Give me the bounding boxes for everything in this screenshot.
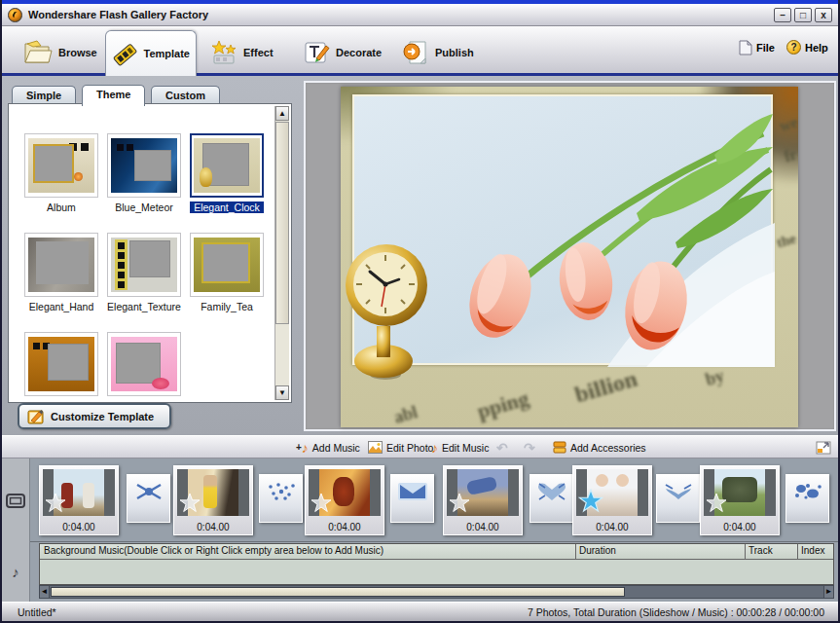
transition-5[interactable]	[656, 474, 700, 523]
effect-stars-icon	[210, 40, 237, 65]
project-name: Untitled*	[18, 606, 56, 618]
tab-template-label: Template	[144, 48, 190, 59]
customize-template-button[interactable]: Customize Template	[18, 403, 171, 429]
template-item-partial[interactable]	[107, 332, 181, 396]
template-name: Family_Tea	[190, 301, 264, 312]
scroll-left-arrow[interactable]: ◄	[40, 586, 50, 598]
edit-toolbar: +♪ Add Music Edit Photo ♪ Edit Music ↶ ↷…	[2, 435, 838, 458]
slide-duration: 0:04.00	[573, 522, 651, 532]
app-icon	[8, 8, 22, 22]
close-button[interactable]: x	[815, 8, 832, 22]
music-note-icon: ♪	[431, 441, 438, 455]
scroll-right-arrow[interactable]: ►	[823, 586, 833, 598]
newspaper-word: by	[703, 366, 726, 390]
titlebar: Wondershare Flash Gallery Factory – □ x	[2, 4, 838, 26]
template-item-album[interactable]: Album	[24, 133, 98, 213]
transition-4[interactable]	[530, 474, 573, 523]
star-overlay-icon	[706, 493, 727, 514]
status-bar: Untitled* 7 Photos, Total Duration (Slid…	[2, 602, 838, 621]
tab-simple[interactable]: Simple	[12, 86, 76, 105]
scroll-up-arrow[interactable]: ▲	[275, 106, 289, 121]
tab-theme[interactable]: Theme	[82, 85, 145, 106]
tab-simple-label: Simple	[26, 90, 61, 101]
gold-clock	[343, 231, 436, 386]
column-track: Track	[749, 545, 773, 556]
music-table-header: Background Music(Double Click or Right C…	[40, 544, 833, 560]
template-name: Elegant_Texture	[107, 301, 181, 312]
transition-icon	[791, 481, 824, 502]
add-accessories-icon	[553, 441, 566, 454]
tab-template[interactable]: Template	[105, 30, 197, 76]
edit-photo-label: Edit Photo	[386, 442, 433, 454]
star-overlay-icon	[449, 493, 470, 514]
template-name-selected: Elegant_Clock	[190, 202, 264, 213]
add-music-button[interactable]: +♪ Add Music	[296, 438, 360, 457]
preview-panel: pping billion abl by the we fr	[304, 81, 836, 431]
edit-photo-icon	[368, 441, 383, 454]
newspaper-word: pping	[474, 385, 531, 424]
tab-publish[interactable]: Publish	[396, 32, 480, 73]
tab-browse[interactable]: Browse	[18, 32, 103, 73]
transition-icon	[396, 481, 429, 502]
photo-slide-5[interactable]: 0:04.00	[572, 465, 652, 535]
template-item-blue-meteor[interactable]: Blue_Meteor	[107, 133, 181, 213]
tab-custom-label: Custom	[165, 90, 205, 101]
add-accessories-button[interactable]: Add Accessories	[553, 438, 646, 457]
star-overlay-icon	[179, 493, 201, 514]
transition-1[interactable]	[127, 474, 170, 523]
photo-slide-4[interactable]: 0:04.00	[443, 465, 523, 535]
template-item-partial[interactable]	[24, 332, 98, 396]
minimize-button[interactable]: –	[774, 8, 791, 22]
photo-slide-3[interactable]: 0:04.00	[305, 465, 384, 535]
redo-button[interactable]: ↷	[524, 438, 535, 457]
music-horizontal-scrollbar[interactable]: ◄ ►	[39, 585, 834, 599]
edit-photo-button[interactable]: Edit Photo	[368, 438, 433, 457]
edit-music-label: Edit Music	[442, 442, 489, 454]
tab-custom[interactable]: Custom	[151, 86, 220, 105]
tab-theme-label: Theme	[96, 89, 130, 100]
customize-pencil-icon	[27, 408, 45, 425]
help-button[interactable]: ? Help	[786, 40, 828, 55]
template-item-family-tea[interactable]: Family_Tea	[190, 233, 264, 312]
photo-slide-2[interactable]: 0:04.00	[173, 465, 253, 535]
film-frame-icon	[6, 494, 25, 508]
status-summary: 7 Photos, Total Duration (Slideshow / Mu…	[528, 606, 824, 618]
window-title: Wondershare Flash Gallery Factory	[28, 9, 771, 20]
template-film-icon	[112, 41, 138, 66]
tab-effect[interactable]: Effect	[204, 32, 279, 73]
music-header-label: Background Music(Double Click or Right C…	[44, 545, 383, 556]
tab-decorate[interactable]: Decorate	[297, 32, 387, 73]
scrollbar-thumb[interactable]	[275, 122, 289, 324]
help-label: Help	[805, 42, 828, 54]
template-item-elegant-hand[interactable]: Elegant_Hand	[24, 233, 98, 312]
music-track-section: ♪ Background Music(Double Click or Right…	[2, 542, 838, 602]
scroll-down-arrow[interactable]: ▼	[275, 385, 289, 400]
transition-icon	[535, 481, 568, 502]
newspaper-word: the	[775, 231, 798, 252]
template-list-scrollbar[interactable]: ▲ ▼	[274, 106, 289, 400]
template-name: Blue_Meteor	[107, 202, 181, 213]
column-duration: Duration	[579, 545, 616, 556]
music-scrollbar-thumb[interactable]	[51, 587, 625, 597]
background-music-table[interactable]: Background Music(Double Click or Right C…	[39, 543, 834, 585]
transition-6[interactable]	[785, 474, 829, 523]
file-button[interactable]: File	[739, 40, 775, 55]
transition-2[interactable]	[259, 474, 303, 523]
music-track-gutter: ♪	[2, 542, 30, 602]
edit-music-button[interactable]: ♪ Edit Music	[431, 438, 489, 457]
slide-duration: 0:04.00	[701, 522, 779, 532]
blue-star-overlay-icon	[578, 489, 603, 514]
undo-icon: ↶	[496, 440, 508, 456]
expand-icon	[816, 441, 831, 455]
photo-slide-1[interactable]: 0:04.00	[39, 465, 119, 535]
maximize-button[interactable]: □	[794, 8, 812, 22]
slide-duration: 0:04.00	[40, 522, 118, 532]
music-track-note-icon: ♪	[12, 564, 19, 580]
template-item-elegant-clock[interactable]: Elegant_Clock	[190, 133, 264, 213]
transition-3[interactable]	[390, 474, 434, 523]
undo-button[interactable]: ↶	[496, 438, 508, 457]
photo-slide-6[interactable]: 0:04.00	[700, 465, 780, 535]
template-item-elegant-texture[interactable]: Elegant_Texture	[107, 233, 181, 312]
file-page-icon	[739, 40, 752, 55]
expand-preview-button[interactable]	[816, 438, 831, 457]
